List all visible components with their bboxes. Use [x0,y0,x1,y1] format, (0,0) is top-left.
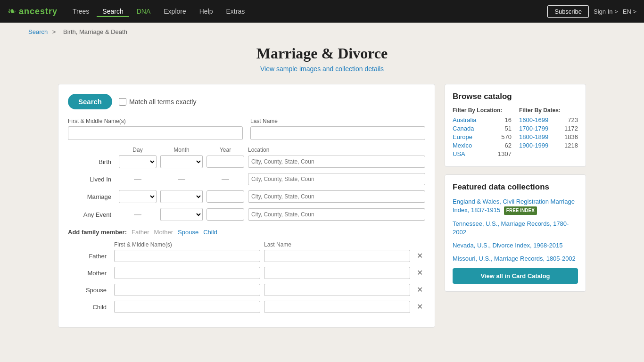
add-family-label: Add family member: [68,229,127,236]
spouse-row: Spouse ✕ [68,284,425,296]
loc-canada-link[interactable]: Canada [453,125,474,132]
match-exact-checkbox[interactable] [119,98,126,106]
spouse-last-input[interactable] [264,284,410,296]
day-header: Day [119,147,157,153]
child-row: Child ✕ [68,301,425,313]
child-first-input[interactable] [114,301,260,313]
child-last-input[interactable] [264,301,410,313]
breadcrumb-separator: > [52,28,56,35]
marriage-year-input[interactable] [206,190,244,203]
card-catalog-button[interactable]: View all in Card Catalog [453,268,578,284]
featured-collection-0[interactable]: England & Wales, Civil Registration Marr… [453,197,578,215]
birth-year-input[interactable] [206,156,244,168]
any-event-day-dash: — [119,210,157,219]
birth-label: Birth [68,158,115,165]
location-col-header: Filter By Location: [453,107,512,114]
name-row: First & Middle Name(s) Last Name [68,118,425,140]
child-remove-button[interactable]: ✕ [414,303,425,311]
birth-row: Birth [68,155,425,168]
mother-first-input[interactable] [114,267,260,279]
loc-europe-link[interactable]: Europe [453,133,472,140]
nav-extras[interactable]: Extras [221,6,251,17]
featured-collections-box: Featured data collections England & Wale… [445,174,586,292]
marriage-day-select[interactable] [119,190,157,203]
loc-mexico: Mexico 62 [453,142,512,149]
free-index-badge: FREE INDEX [504,206,537,215]
marriage-label: Marriage [68,193,115,200]
first-middle-input[interactable] [68,126,243,140]
child-label: Child [68,304,110,311]
nav-explore[interactable]: Explore [158,6,191,17]
loc-australia-link[interactable]: Australia [453,116,477,123]
add-mother-link[interactable]: Mother [154,229,173,236]
date-1700-count: 1172 [564,125,578,132]
add-spouse-link[interactable]: Spouse [178,229,198,236]
marriage-location-input[interactable] [248,190,425,203]
date-1800-count: 1836 [564,133,578,140]
spouse-first-input[interactable] [114,284,260,296]
mother-last-input[interactable] [264,267,410,279]
subscribe-button[interactable]: Subscribe [547,5,589,18]
last-name-input[interactable] [250,126,425,140]
date-1700: 1700-1799 1172 [519,125,578,132]
lived-in-row: Lived In — — — [68,173,425,185]
any-event-location-input[interactable] [248,208,425,221]
date-1900-link[interactable]: 1900-1999 [519,142,548,149]
father-row: Father ✕ [68,250,425,262]
featured-collection-2[interactable]: Nevada, U.S., Divorce Index, 1968-2015 [453,241,578,250]
marriage-month-select[interactable] [160,190,203,203]
logo-leaf-icon: ❧ [8,5,16,17]
birth-day-select[interactable] [119,155,157,168]
nav-right: Subscribe Sign In > EN > [547,5,636,18]
page-subtitle-link[interactable]: View sample images and collection detail… [0,65,644,73]
add-father-link[interactable]: Father [132,229,149,236]
lived-in-day-dash: — [119,175,157,183]
match-exact-text: Match all terms exactly [129,98,196,106]
navigation: ❧ ancestry Trees Search DNA Explore Help… [0,0,644,23]
breadcrumb-current: Birth, Marriage & Death [63,28,127,35]
any-event-label: Any Event [68,211,115,218]
breadcrumb: Search > Birth, Marriage & Death [0,23,644,39]
featured-collection-3[interactable]: Missouri, U.S., Marriage Records, 1805-2… [453,255,578,263]
date-1800-link[interactable]: 1800-1899 [519,133,548,140]
add-child-link[interactable]: Child [203,229,217,236]
date-1600-link[interactable]: 1600-1699 [519,116,548,123]
father-last-input[interactable] [264,250,410,262]
father-remove-button[interactable]: ✕ [414,252,425,260]
marriage-row: Marriage [68,190,425,203]
nav-search[interactable]: Search [97,6,129,17]
loc-mexico-link[interactable]: Mexico [453,142,472,149]
search-button[interactable]: Search [68,94,112,109]
nav-trees[interactable]: Trees [67,6,95,17]
right-panel: Browse catalog Filter By Location: Austr… [445,84,586,328]
family-first-header: First & Middle Name(s) [114,241,260,248]
date-1700-link[interactable]: 1700-1799 [519,125,548,132]
birth-location-input[interactable] [248,156,425,168]
browse-catalog-box: Browse catalog Filter By Location: Austr… [445,84,586,167]
language-selector[interactable]: EN > [623,8,636,15]
lived-in-location-input[interactable] [248,173,425,185]
nav-help[interactable]: Help [194,6,219,17]
featured-collection-1[interactable]: Tennessee, U.S., Marriage Records, 1780-… [453,220,578,237]
match-exact-label[interactable]: Match all terms exactly [119,98,196,106]
any-event-year-input[interactable] [206,208,244,221]
spouse-remove-button[interactable]: ✕ [414,286,425,294]
search-panel: Search Match all terms exactly First & M… [58,84,435,328]
first-middle-group: First & Middle Name(s) [68,118,243,140]
loc-usa-count: 1307 [498,150,512,157]
date-1600-count: 723 [568,116,578,123]
breadcrumb-search-link[interactable]: Search [28,28,48,35]
date-1900: 1900-1999 1218 [519,142,578,149]
page-title: Marriage & Divorce [0,45,644,62]
signin-link[interactable]: Sign In > [594,8,618,15]
logo[interactable]: ❧ ancestry [8,5,58,17]
birth-month-select[interactable] [160,155,203,168]
loc-australia: Australia 16 [453,116,512,123]
nav-dna[interactable]: DNA [131,6,157,17]
family-last-header: Last Name [264,241,410,248]
any-event-month-select[interactable] [160,208,203,221]
family-column-headers: First & Middle Name(s) Last Name [68,241,425,248]
mother-remove-button[interactable]: ✕ [414,269,425,277]
loc-usa-link[interactable]: USA [453,150,465,157]
father-first-input[interactable] [114,250,260,262]
